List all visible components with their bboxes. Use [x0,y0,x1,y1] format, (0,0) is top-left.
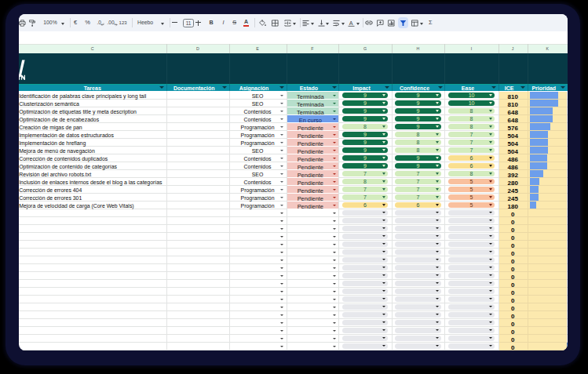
svg-text:A: A [349,20,353,27]
